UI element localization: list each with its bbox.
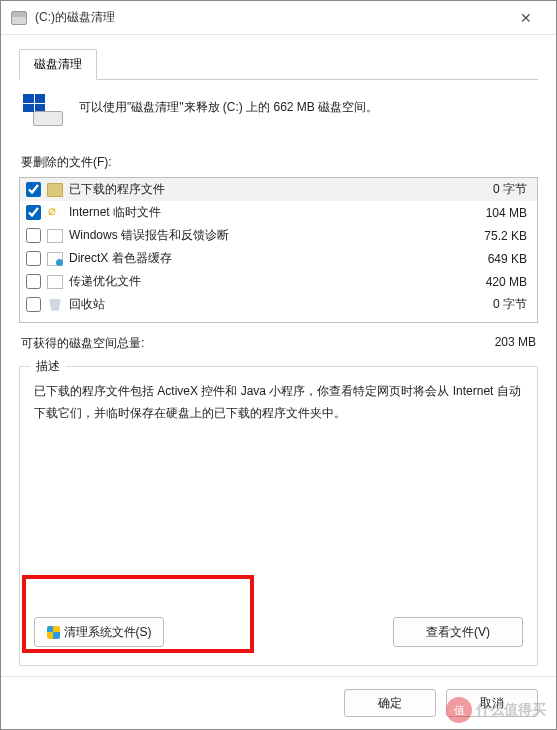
- file-checkbox[interactable]: [26, 228, 41, 243]
- directx-icon: [47, 252, 63, 266]
- intro-row: 可以使用"磁盘清理"来释放 (C:) 上的 662 MB 磁盘空间。: [19, 94, 538, 126]
- page-icon: [47, 275, 63, 289]
- clean-system-files-label: 清理系统文件(S): [64, 624, 152, 641]
- titlebar: (C:)的磁盘清理 ✕: [1, 1, 556, 35]
- file-checkbox[interactable]: [26, 297, 41, 312]
- tab-strip: 磁盘清理: [19, 49, 538, 80]
- file-row[interactable]: 已下载的程序文件0 字节: [20, 178, 537, 201]
- close-button[interactable]: ✕: [506, 4, 546, 32]
- clean-system-files-button[interactable]: 清理系统文件(S): [34, 617, 164, 647]
- footer: 确定 取消 值 什么值得买: [1, 676, 556, 729]
- file-row[interactable]: Internet 临时文件104 MB: [20, 201, 537, 224]
- file-size: 649 KB: [488, 252, 531, 266]
- description-title: 描述: [30, 358, 66, 375]
- shield-icon: [47, 626, 60, 639]
- page-icon: [47, 229, 63, 243]
- total-row: 可获得的磁盘空间总量: 203 MB: [19, 323, 538, 360]
- intro-text: 可以使用"磁盘清理"来释放 (C:) 上的 662 MB 磁盘空间。: [79, 94, 378, 117]
- file-size: 104 MB: [486, 206, 531, 220]
- content-area: 磁盘清理 可以使用"磁盘清理"来释放 (C:) 上的 662 MB 磁盘空间。 …: [1, 35, 556, 676]
- view-files-label: 查看文件(V): [426, 624, 490, 641]
- dialog-window: (C:)的磁盘清理 ✕ 磁盘清理 可以使用"磁盘清理"来释放 (C:) 上的 6…: [0, 0, 557, 730]
- description-buttons: 清理系统文件(S) 查看文件(V): [34, 597, 523, 647]
- drive-icon: [11, 11, 27, 25]
- internet-icon: [47, 206, 63, 220]
- file-checkbox[interactable]: [26, 182, 41, 197]
- file-name: DirectX 着色器缓存: [69, 250, 482, 267]
- file-name: Internet 临时文件: [69, 204, 480, 221]
- window-title: (C:)的磁盘清理: [35, 9, 506, 26]
- recycle-bin-icon: [47, 298, 63, 312]
- files-label: 要删除的文件(F):: [21, 154, 538, 171]
- description-text: 已下载的程序文件包括 ActiveX 控件和 Java 小程序，你查看特定网页时…: [34, 381, 523, 424]
- file-size: 420 MB: [486, 275, 531, 289]
- file-row[interactable]: DirectX 着色器缓存649 KB: [20, 247, 537, 270]
- description-group: 描述 已下载的程序文件包括 ActiveX 控件和 Java 小程序，你查看特定…: [19, 366, 538, 666]
- cancel-button[interactable]: 取消: [446, 689, 538, 717]
- file-checkbox[interactable]: [26, 251, 41, 266]
- file-name: 回收站: [69, 296, 487, 313]
- file-name: 传递优化文件: [69, 273, 480, 290]
- file-row[interactable]: 回收站0 字节: [20, 293, 537, 316]
- file-list[interactable]: 已下载的程序文件0 字节Internet 临时文件104 MBWindows 错…: [19, 177, 538, 323]
- file-checkbox[interactable]: [26, 205, 41, 220]
- file-size: 0 字节: [493, 181, 531, 198]
- file-size: 75.2 KB: [484, 229, 531, 243]
- disk-cleanup-icon: [23, 94, 63, 126]
- file-name: 已下载的程序文件: [69, 181, 487, 198]
- file-checkbox[interactable]: [26, 274, 41, 289]
- ok-button[interactable]: 确定: [344, 689, 436, 717]
- total-value: 203 MB: [495, 335, 536, 352]
- total-label: 可获得的磁盘空间总量:: [21, 335, 144, 352]
- file-row[interactable]: Windows 错误报告和反馈诊断75.2 KB: [20, 224, 537, 247]
- folder-icon: [47, 183, 63, 197]
- file-name: Windows 错误报告和反馈诊断: [69, 227, 478, 244]
- tab-disk-cleanup[interactable]: 磁盘清理: [19, 49, 97, 80]
- file-row[interactable]: 传递优化文件420 MB: [20, 270, 537, 293]
- view-files-button[interactable]: 查看文件(V): [393, 617, 523, 647]
- file-size: 0 字节: [493, 296, 531, 313]
